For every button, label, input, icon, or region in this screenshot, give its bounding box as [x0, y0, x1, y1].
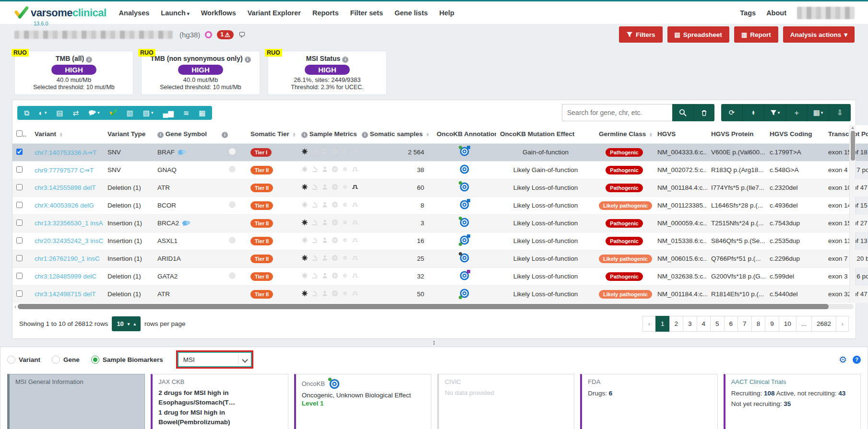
column-header-variant[interactable]: Variant▲▼	[31, 125, 104, 143]
nav-item-variant-explorer[interactable]: Variant Explorer	[248, 9, 301, 17]
info-icon[interactable]: i	[301, 132, 308, 138]
variant-link[interactable]: chr9:77797577 C⇒T	[35, 167, 94, 174]
comments-dropdown-icon[interactable]: ▾	[88, 110, 100, 116]
clear-search-button[interactable]	[693, 104, 714, 121]
status-ring-icon[interactable]	[205, 31, 212, 38]
oncokb-bullseye-icon[interactable]	[459, 253, 470, 263]
igv-grid-icon[interactable]: ▦	[199, 109, 205, 116]
radio-variant[interactable]: Variant	[7, 356, 40, 364]
variant-link[interactable]: chr3:142498715 delT	[35, 290, 96, 298]
copy-icon[interactable]: ⧉	[24, 109, 29, 116]
columns-dropdown-button[interactable]: ▦▾	[808, 104, 829, 121]
nav-item-help[interactable]: Help	[440, 9, 454, 17]
sort-icon[interactable]: ▲▼	[59, 132, 63, 137]
tags-link[interactable]: Tags	[740, 9, 756, 17]
report-button[interactable]: ▥Report	[734, 26, 778, 43]
radio-sample-biomarkers[interactable]: Sample Biomarkers	[91, 356, 163, 364]
gear-icon[interactable]: ⚙	[839, 354, 847, 365]
oncokb-bullseye-icon[interactable]	[459, 270, 470, 281]
row-checkbox[interactable]	[16, 220, 23, 226]
page-prev-button[interactable]: ‹	[642, 316, 655, 332]
analysis-actions-dropdown[interactable]: Analysis actions▾	[783, 26, 855, 43]
chart-icon[interactable]: ▄▆	[163, 109, 174, 116]
nav-item-analyses[interactable]: Analyses	[119, 9, 150, 17]
row-checkbox[interactable]	[16, 273, 23, 279]
igv-wave-icon[interactable]: ≋	[183, 109, 190, 116]
info-icon[interactable]: i	[362, 132, 368, 138]
column-header-oncokb-mutation-effect[interactable]: OncoKB Mutation Effect	[496, 125, 595, 143]
nav-item-gene-lists[interactable]: Gene lists	[394, 9, 428, 17]
evidence-card-jax-ckb[interactable]: JAX CKB2 drugs for MSI high in Esophagus…	[151, 374, 288, 429]
page-button-4[interactable]: 4	[697, 316, 711, 332]
row-checkbox[interactable]	[16, 149, 23, 155]
variant-link[interactable]: chr1:26762190_1 insC	[35, 255, 100, 262]
varsome-clinical-logo[interactable]: varsomeclinical 13.6.0	[14, 6, 107, 19]
nav-item-launch[interactable]: Launch ▾	[161, 9, 189, 17]
row-checkbox[interactable]	[16, 202, 23, 208]
column-header-somatic-samples[interactable]: i Somatic samples▲▼	[358, 125, 433, 143]
page-button-9[interactable]: 9	[765, 316, 779, 332]
gene-comments-icon[interactable]	[182, 220, 190, 226]
column-header-variant-type[interactable]: Variant Type	[104, 125, 154, 143]
nav-item-workflows[interactable]: Workflows	[201, 9, 236, 17]
row-checkbox[interactable]	[16, 290, 23, 297]
vcf-file-icon[interactable]: ▤	[56, 109, 63, 116]
comment-bubble-icon[interactable]: 🗨︎	[238, 31, 246, 39]
panel-splitter-handle[interactable]: ↕	[0, 339, 868, 347]
row-checkbox[interactable]	[16, 166, 23, 173]
oncokb-bullseye-icon[interactable]	[459, 235, 470, 245]
variant-link[interactable]: chr20:32435242_3 insC	[35, 237, 103, 244]
page-button-10[interactable]: 10	[779, 316, 796, 332]
column-header-hgvs-coding[interactable]: HGVS Coding	[766, 125, 824, 143]
page-button-2[interactable]: 2	[669, 316, 683, 332]
report-edit-dropdown-icon[interactable]: ▧▾	[143, 109, 154, 116]
radio-gene[interactable]: Gene	[52, 356, 80, 364]
nav-item-filter-sets[interactable]: Filter sets	[350, 9, 383, 17]
variant-link[interactable]: chr13:32356530_1 insA	[35, 220, 103, 227]
download-button[interactable]: ⇩	[829, 104, 851, 121]
row-checkbox[interactable]	[16, 184, 23, 190]
oncokb-bullseye-icon[interactable]	[459, 164, 470, 174]
page-next-button[interactable]: ›	[836, 316, 849, 332]
info-icon[interactable]: i	[222, 132, 228, 138]
page-button-5[interactable]: 5	[710, 316, 724, 332]
sort-icon[interactable]: ▲▼	[649, 132, 653, 137]
row-checkbox[interactable]	[16, 237, 23, 243]
transfer-icon[interactable]: ⇄	[73, 109, 79, 116]
search-button[interactable]	[672, 104, 693, 121]
page-button-8[interactable]: 8	[751, 316, 765, 332]
evidence-card-fda[interactable]: FDADrugs: 6	[580, 374, 717, 429]
scroll-left-arrow[interactable]: ‹	[14, 303, 16, 310]
info-icon[interactable]: i	[157, 132, 164, 138]
evidence-card-aact-clinical-trials[interactable]: AACT Clinical TrialsRecruiting: 108 Acti…	[724, 374, 861, 429]
spreadsheet-button[interactable]: ▤Spreadsheet	[667, 26, 729, 43]
column-header-somatic-tier[interactable]: Somatic Tier▲▼	[247, 125, 297, 143]
oncokb-bullseye-icon[interactable]	[459, 182, 470, 192]
page-button-1[interactable]: 1	[655, 316, 669, 332]
row-checkbox[interactable]	[16, 255, 23, 261]
variant-link[interactable]: chrX:40053926 delG	[35, 202, 94, 209]
contrast-dropdown-icon[interactable]: ◐▾	[39, 109, 47, 116]
horizontal-scrollbar[interactable]: ‹	[14, 303, 854, 310]
column-header-hgvs[interactable]: HGVS	[654, 125, 707, 143]
excel-file-icon[interactable]: ▥	[127, 109, 133, 116]
variant-link[interactable]: chr7:140753336 A⇒T	[35, 149, 96, 156]
user-name-redacted[interactable]	[797, 7, 855, 19]
help-icon[interactable]: ?	[853, 356, 861, 364]
page-button-3[interactable]: 3	[683, 316, 697, 332]
filter-dropdown-button[interactable]: ▾	[764, 104, 786, 121]
column-header-sample-metrics[interactable]: i Sample Metrics	[297, 125, 358, 143]
oncokb-bullseye-icon[interactable]	[459, 288, 470, 299]
add-button[interactable]: ＋	[786, 104, 808, 121]
oncokb-bullseye-icon[interactable]	[459, 217, 470, 228]
filters-button[interactable]: Filters	[619, 26, 663, 43]
oncokb-bullseye-icon[interactable]	[459, 199, 470, 210]
biomarker-select[interactable]: MSI	[178, 352, 252, 367]
evidence-card-msi-general-information[interactable]: MSI General Information	[7, 374, 145, 429]
page-button-7[interactable]: 7	[737, 316, 751, 332]
gene-comments-icon[interactable]	[178, 149, 186, 155]
column-header-gene-symbol[interactable]: i Gene Symbol	[154, 125, 218, 143]
sort-icon[interactable]: ▲▼	[426, 132, 429, 137]
refresh-button[interactable]: ⟳	[721, 104, 743, 121]
warning-badge[interactable]: 1⚠	[217, 30, 233, 39]
